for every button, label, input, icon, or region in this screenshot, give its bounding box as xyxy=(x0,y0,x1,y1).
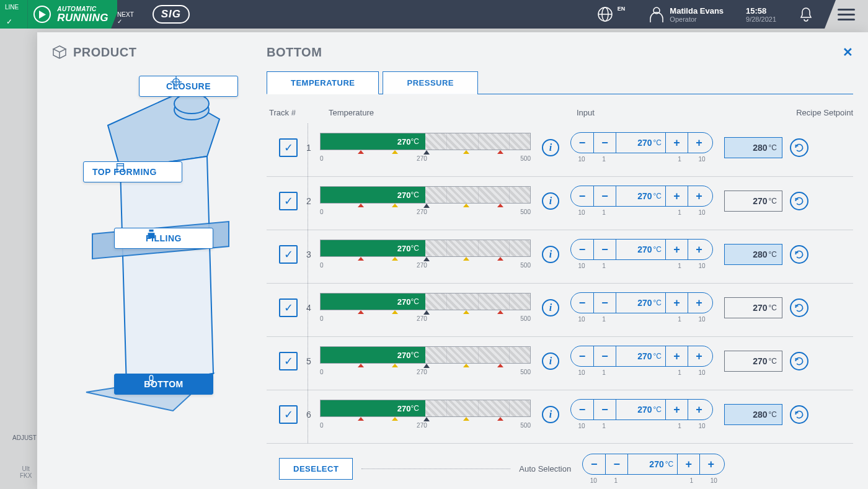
decrement-1-button[interactable]: − xyxy=(593,346,616,366)
input-value[interactable]: 270°C xyxy=(616,293,665,313)
close-button[interactable]: ✕ xyxy=(843,45,853,60)
decrement-10-button[interactable]: − xyxy=(571,240,593,259)
decrement-1-button[interactable]: − xyxy=(593,400,616,419)
line-label: LINE xyxy=(5,4,19,11)
zone-button-closure[interactable]: CLOSURE xyxy=(139,76,238,97)
language-selector[interactable]: EN xyxy=(585,0,638,29)
decrement-10-button[interactable]: − xyxy=(571,400,593,419)
increment-10-button[interactable]: + xyxy=(688,346,710,366)
auto-stepper[interactable]: − − 270°C + + xyxy=(582,454,725,475)
input-stepper[interactable]: − − 270°C + + xyxy=(570,346,713,367)
increment-1-button[interactable]: + xyxy=(665,346,688,366)
track-row: ✓ 3 270°C 0 270 500 i xyxy=(267,230,853,284)
increment-10-button[interactable]: + xyxy=(688,186,710,206)
main-menu-button[interactable] xyxy=(825,0,868,29)
bg-sub1: Ult xyxy=(20,465,32,472)
track-checkbox[interactable]: ✓ xyxy=(279,405,298,424)
track-checkbox[interactable]: ✓ xyxy=(279,298,298,317)
notifications[interactable] xyxy=(787,0,825,29)
increment-1-button[interactable]: + xyxy=(665,133,688,153)
input-value[interactable]: 270°C xyxy=(616,133,665,153)
input-value[interactable]: 270°C xyxy=(616,240,665,259)
decrement-10-button[interactable]: − xyxy=(583,454,605,474)
header-input: Input xyxy=(577,108,732,117)
reset-button[interactable] xyxy=(790,245,808,264)
decrement-10-button[interactable]: − xyxy=(571,293,593,313)
input-stepper[interactable]: − − 270°C + + xyxy=(570,186,713,207)
auto-value[interactable]: 270°C xyxy=(627,454,677,474)
reset-icon xyxy=(794,410,804,419)
increment-1-button[interactable]: + xyxy=(665,293,688,313)
track-number: 5 xyxy=(298,356,320,366)
info-button[interactable]: i xyxy=(542,299,559,316)
track-checkbox[interactable]: ✓ xyxy=(279,192,298,210)
track-checkbox[interactable]: ✓ xyxy=(279,352,298,370)
increment-1-button[interactable]: + xyxy=(665,400,688,419)
tab-temperature[interactable]: TEMPERATURE xyxy=(267,71,379,94)
header-track: Track # xyxy=(267,108,329,117)
line-indicator[interactable]: LINE ✓ xyxy=(0,0,27,29)
info-button[interactable]: i xyxy=(542,246,559,263)
input-stepper[interactable]: − − 270°C + + xyxy=(570,292,713,313)
track-number: 3 xyxy=(298,249,320,259)
increment-10-button[interactable]: + xyxy=(688,240,710,259)
track-rows: ✓ 1 270°C 0 270 500 i xyxy=(267,123,853,444)
reset-button[interactable] xyxy=(790,352,808,370)
info-button[interactable]: i xyxy=(542,139,559,156)
reset-button[interactable] xyxy=(790,298,808,317)
input-stepper[interactable]: − − 270°C + + xyxy=(570,399,713,420)
svg-rect-15 xyxy=(149,230,153,232)
column-headers: Track # Temperature Input Recipe Setpoin… xyxy=(267,108,853,117)
increment-10-button[interactable]: + xyxy=(699,454,722,474)
input-value[interactable]: 270°C xyxy=(616,400,665,419)
increment-1-button[interactable]: + xyxy=(665,240,688,259)
info-button[interactable]: i xyxy=(542,406,559,423)
increment-1-button[interactable]: + xyxy=(677,454,699,474)
reset-button[interactable] xyxy=(790,192,808,210)
fill-icon xyxy=(146,228,157,240)
track-checkbox[interactable]: ✓ xyxy=(279,138,298,157)
user-role: Operator xyxy=(670,16,724,23)
input-stepper[interactable]: − − 270°C + + xyxy=(570,132,713,153)
input-stepper[interactable]: − − 270°C + + xyxy=(570,239,713,260)
language-code: EN xyxy=(618,6,626,12)
section-title: BOTTOM xyxy=(267,45,322,60)
user-info[interactable]: Matilda Evans Operator xyxy=(637,0,735,29)
temperature-bar: 270°C 0 270 500 xyxy=(320,293,531,322)
decrement-10-button[interactable]: − xyxy=(571,186,593,206)
increment-10-button[interactable]: + xyxy=(688,400,710,419)
deselect-button[interactable]: DESELECT xyxy=(279,458,353,480)
input-value[interactable]: 270°C xyxy=(616,186,665,206)
tab-pressure[interactable]: PRESSURE xyxy=(383,71,478,94)
decrement-1-button[interactable]: − xyxy=(593,186,616,206)
info-button[interactable]: i xyxy=(542,192,559,210)
decrement-10-button[interactable]: − xyxy=(571,346,593,366)
reset-icon xyxy=(794,249,804,259)
zone-button-top-forming[interactable]: TOP FORMING xyxy=(83,161,182,182)
increment-10-button[interactable]: + xyxy=(688,293,710,313)
temperature-bar: 270°C 0 270 500 xyxy=(320,400,531,429)
zone-button-filling[interactable]: FILLING xyxy=(114,228,213,249)
input-value[interactable]: 270°C xyxy=(616,346,665,366)
auto-selection-label: Auto Selection xyxy=(519,464,571,473)
decrement-10-button[interactable]: − xyxy=(571,133,593,153)
track-checkbox[interactable]: ✓ xyxy=(279,245,298,264)
info-button[interactable]: i xyxy=(542,352,559,370)
datetime: 15:58 9/28/2021 xyxy=(735,0,787,29)
user-icon xyxy=(649,6,665,23)
reset-button[interactable] xyxy=(790,405,808,424)
brand-text: SIG xyxy=(153,5,190,24)
next-indicator[interactable]: NEXT xyxy=(117,0,141,29)
decrement-1-button[interactable]: − xyxy=(605,454,627,474)
machine-status[interactable]: AUTOMATIC RUNNING xyxy=(27,0,122,29)
increment-1-button[interactable]: + xyxy=(665,186,688,206)
zone-button-bottom[interactable]: BOTTOM xyxy=(114,374,213,395)
decrement-1-button[interactable]: − xyxy=(593,133,616,153)
decrement-1-button[interactable]: − xyxy=(593,293,616,313)
reset-button[interactable] xyxy=(790,138,808,157)
decrement-1-button[interactable]: − xyxy=(593,240,616,259)
hamburger-icon xyxy=(838,6,855,24)
increment-10-button[interactable]: + xyxy=(688,133,710,153)
track-row: ✓ 4 270°C 0 270 500 i xyxy=(267,284,853,337)
temperature-bar: 270°C 0 270 500 xyxy=(320,133,531,162)
